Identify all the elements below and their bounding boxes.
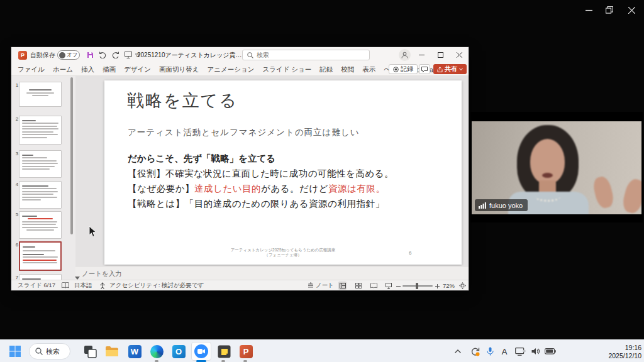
slide-thumbnail-1[interactable] (19, 82, 62, 107)
tab-file[interactable]: ファイル (18, 65, 45, 74)
slide-line-role[interactable]: 【役割】不確実な状況に直面した時に成功の可能性を高める。 (128, 168, 394, 180)
network-display-icon[interactable] (514, 346, 526, 356)
tab-record[interactable]: 記録 (319, 65, 333, 74)
powerpoint-button[interactable]: P (238, 344, 253, 359)
language-button[interactable]: 日本語 (74, 280, 92, 290)
document-title: 20251210アーティストカレッジ貴… (137, 47, 242, 63)
sticky-notes-icon (218, 345, 231, 358)
reading-view-button[interactable] (370, 282, 378, 290)
word-icon: W (128, 345, 142, 358)
zoom-slider-handle[interactable] (416, 283, 418, 289)
slide-thumbnail-7[interactable] (19, 274, 62, 280)
window-minimize-button[interactable] (580, 3, 597, 18)
slide-page-number: 6 (409, 250, 411, 256)
window-close-button[interactable] (623, 3, 640, 18)
tray-overflow-chevron-icon[interactable] (452, 346, 464, 356)
tab-draw[interactable]: 描画 (103, 65, 116, 74)
current-slide[interactable]: 戦略を立てる アーティスト活動とセルフマネジメントの両立は難しい だからこそ、先… (104, 80, 462, 265)
start-button[interactable] (8, 344, 23, 359)
ime-mode-indicator[interactable]: A (499, 346, 510, 356)
edge-icon (150, 345, 164, 358)
accessibility-status[interactable]: アクセシビリティ: 検討が必要です (109, 280, 204, 290)
fit-to-window-icon[interactable] (458, 282, 467, 290)
slideshow-view-button[interactable] (384, 282, 392, 290)
slideshow-icon[interactable] (123, 50, 133, 60)
update-sync-icon[interactable] (469, 346, 480, 356)
participant-name-tag: fukuo yoko (475, 199, 528, 211)
slide-heading[interactable]: だからこそ、先ず「戦略」を立てる (128, 153, 275, 165)
person-mouth (542, 173, 553, 178)
tab-transitions[interactable]: 画面切り替え (159, 65, 199, 74)
share-label: 共有 (445, 65, 457, 74)
tab-design[interactable]: デザイン (124, 65, 151, 74)
battery-icon[interactable] (545, 346, 556, 356)
speaker-icon[interactable] (530, 346, 541, 356)
ppt-search-box[interactable]: 検索 (242, 50, 370, 60)
tab-slideshow[interactable]: スライド ショー (262, 65, 311, 74)
taskbar-search[interactable]: 検索 (29, 343, 70, 359)
zoom-in-icon[interactable] (435, 281, 440, 291)
edge-button[interactable] (149, 344, 164, 359)
tray-clock[interactable]: 19:16 2025/12/10 (605, 344, 641, 359)
spellcheck-book-icon[interactable] (62, 280, 69, 290)
save-icon[interactable] (86, 50, 95, 60)
slide-thumbnail-6-active[interactable] (19, 241, 62, 271)
slide-thumbnail-panel: 1 2 3 4 (11, 76, 75, 280)
microphone-icon[interactable] (484, 346, 496, 356)
powerpoint-app-icon: P (18, 51, 27, 60)
participant-name: fukuo yoko (489, 202, 523, 209)
slide-thumbnail-3[interactable] (19, 150, 62, 178)
notes-pane[interactable]: ノートを入力 (75, 266, 469, 280)
webcam-overlay: fukuo yoko (470, 112, 643, 222)
slide-thumbnail-4[interactable] (19, 181, 62, 209)
task-view-icon (84, 345, 97, 358)
ppt-maximize-button[interactable] (431, 47, 450, 63)
slide-thumbnail-5[interactable] (19, 211, 62, 239)
slide-footer: アーティストカレッジ2025知ってもらうための広報講座 （フォニーチェ堺） (104, 248, 462, 258)
slide-thumbnail-2[interactable] (19, 116, 62, 145)
record-button[interactable]: 記録 (389, 64, 418, 74)
account-avatar[interactable] (399, 49, 411, 61)
ppt-minimize-button[interactable] (412, 47, 431, 63)
participant-video: fukuo yoko (472, 121, 641, 214)
taskbar: 検索 W O (0, 339, 644, 362)
tab-insert[interactable]: 挿入 (81, 65, 94, 74)
ppt-close-button[interactable] (450, 47, 469, 63)
file-explorer-button[interactable] (104, 344, 119, 359)
notes-lines-icon (308, 282, 314, 288)
tab-animations[interactable]: アニメーション (207, 65, 254, 74)
zoom-button[interactable] (194, 344, 209, 359)
powerpoint-window: P 自動保存 オフ 20251210アーティストカレッジ貴… • (11, 47, 469, 290)
slide-line-why[interactable]: 【なぜ必要か】達成したい目的がある。だけど資源は有限。 (128, 183, 385, 195)
word-button[interactable]: W (127, 344, 142, 359)
powerpoint-icon: P (240, 345, 253, 358)
ppt-titlebar: P 自動保存 オフ 20251210アーティストカレッジ貴… • (11, 47, 469, 63)
thumbnail-scrollbar[interactable] (70, 77, 73, 234)
share-button[interactable]: 共有 (433, 64, 467, 74)
autosave-toggle[interactable]: オフ (57, 50, 80, 60)
slide-subtitle[interactable]: アーティスト活動とセルフマネジメントの両立は難しい (128, 127, 360, 138)
window-restore-button[interactable] (601, 3, 618, 18)
record-label: 記録 (401, 65, 413, 74)
notes-toggle[interactable]: ノート (308, 280, 334, 290)
redo-icon[interactable] (111, 50, 120, 60)
comments-button[interactable] (419, 64, 430, 74)
zoom-percent[interactable]: 72% (443, 280, 455, 290)
tab-view[interactable]: 表示 (362, 65, 375, 74)
slide-title[interactable]: 戦略を立てる (127, 89, 238, 112)
accessibility-icon[interactable] (99, 280, 106, 290)
outlook-button[interactable]: O (171, 344, 186, 359)
slide-line-what[interactable]: 【戦略とは】「目的達成のための限りある資源の利用指針」 (128, 198, 384, 210)
undo-icon[interactable] (98, 50, 108, 60)
zoom-out-icon[interactable] (396, 281, 401, 291)
task-view-button[interactable] (82, 344, 97, 359)
slide-sorter-view-button[interactable] (354, 282, 362, 290)
tab-review[interactable]: 校閲 (341, 65, 354, 74)
line-why-red1: 達成したい目的 (194, 184, 261, 194)
tab-home[interactable]: ホーム (53, 65, 73, 74)
notes-input[interactable]: ノートを入力 (82, 270, 122, 278)
normal-view-button[interactable] (338, 282, 347, 290)
zoom-icon (194, 344, 208, 358)
toggle-knob-icon (59, 52, 65, 58)
sticky-notes-button[interactable] (216, 344, 231, 359)
